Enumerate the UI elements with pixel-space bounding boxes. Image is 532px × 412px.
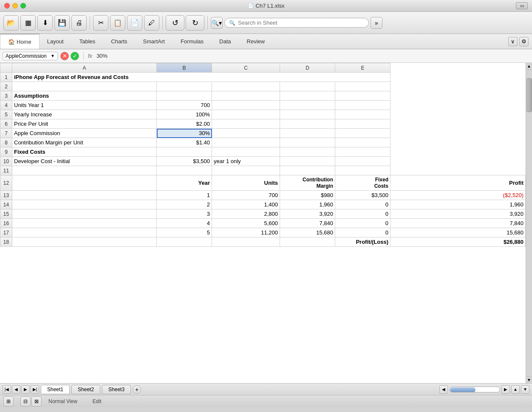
cell-13-undefined[interactable]: ($2,520) [391, 191, 526, 200]
cell-14-e[interactable]: 0 [335, 200, 391, 209]
cell-12-d[interactable]: ContributionMargin [280, 175, 335, 191]
cell-6-d[interactable] [280, 119, 335, 129]
cell-3-e[interactable] [335, 91, 391, 101]
col-header-e[interactable]: E [335, 63, 391, 73]
cell-15-a[interactable] [12, 209, 157, 219]
row-header-18[interactable]: 18 [0, 237, 12, 247]
cell-11-b[interactable] [157, 166, 212, 175]
cell-18-c[interactable] [212, 237, 280, 247]
cell-4-a[interactable]: Units Year 1 [12, 101, 157, 110]
cell-7-d[interactable] [280, 129, 335, 138]
scroll-vert-button[interactable]: ▲ [511, 385, 520, 394]
cell-4-c[interactable] [212, 101, 280, 110]
cell-14-d[interactable]: 1,960 [280, 200, 335, 209]
cell-17-c[interactable]: 11,200 [212, 228, 280, 237]
row-header-7[interactable]: 7 [0, 129, 12, 138]
row-header-5[interactable]: 5 [0, 110, 12, 119]
cell-17-e[interactable]: 0 [335, 228, 391, 237]
tab-review[interactable]: Review [239, 34, 273, 49]
sheet-prev-button[interactable]: ◀ [12, 385, 20, 394]
formula-cancel-button[interactable]: ✕ [60, 52, 69, 60]
row-header-8[interactable]: 8 [0, 138, 12, 147]
cell-2-d[interactable] [280, 82, 335, 91]
row-header-1[interactable]: 1 [0, 73, 12, 82]
cell-14-undefined[interactable]: 1,960 [391, 200, 526, 209]
cell-5-c[interactable] [212, 110, 280, 119]
cell-5-b[interactable]: 100% [157, 110, 212, 119]
row-header-15[interactable]: 15 [0, 209, 12, 219]
cell-7-e[interactable] [335, 129, 391, 138]
cell-12-b[interactable]: Year [157, 175, 212, 191]
cell-10-d[interactable] [280, 157, 335, 166]
cell-15-e[interactable]: 0 [335, 209, 391, 219]
cell-11-e[interactable] [335, 166, 391, 175]
format-painter-button[interactable]: 🖊 [144, 15, 159, 31]
cell-9-c[interactable] [212, 147, 280, 157]
cell-8-e[interactable] [335, 138, 391, 147]
cell-18-a[interactable] [12, 237, 157, 247]
row-header-17[interactable]: 17 [0, 228, 12, 237]
cell-14-c[interactable]: 1,400 [212, 200, 280, 209]
sheet-tab-2[interactable]: Sheet2 [71, 385, 100, 394]
cell-3-c[interactable] [212, 91, 280, 101]
row-header-9[interactable]: 9 [0, 147, 12, 157]
page-layout-button[interactable]: ⊠ [31, 396, 42, 406]
col-header-d[interactable]: D [280, 63, 335, 73]
cell-18-b[interactable] [157, 237, 212, 247]
cell-16-a[interactable] [12, 219, 157, 228]
cell-16-undefined[interactable]: 7,840 [391, 219, 526, 228]
tab-formulas[interactable]: Formulas [173, 34, 212, 49]
cell-14-b[interactable]: 2 [157, 200, 212, 209]
cell-7-b[interactable]: 30% [157, 129, 212, 138]
copy-button[interactable]: 📋 [110, 15, 125, 31]
cell-6-b[interactable]: $2.00 [157, 119, 212, 129]
sheet-tab-3[interactable]: Sheet3 [102, 385, 131, 394]
cell-11-c[interactable] [212, 166, 280, 175]
cell-11-a[interactable] [12, 166, 157, 175]
row-header-13[interactable]: 13 [0, 191, 12, 200]
cell-5-a[interactable]: Yearly Increase [12, 110, 157, 119]
cell-18-e[interactable]: Profit/(Loss) [335, 237, 391, 247]
cell-6-e[interactable] [335, 119, 391, 129]
cell-17-b[interactable]: 5 [157, 228, 212, 237]
scroll-up-button[interactable]: ▲ [526, 63, 532, 70]
cell-3-a[interactable]: Assumptions [12, 91, 157, 101]
normal-view-button[interactable]: ⊟ [20, 396, 31, 406]
scroll-vert-button2[interactable]: ▼ [521, 385, 529, 394]
row-header-4[interactable]: 4 [0, 101, 12, 110]
scroll-right-button[interactable]: ▶ [501, 385, 510, 394]
formula-accept-button[interactable]: ✓ [71, 52, 79, 60]
cell-13-e[interactable]: $3,500 [335, 191, 391, 200]
new-file-button[interactable]: 📂 [3, 15, 19, 31]
cell-15-c[interactable]: 2,800 [212, 209, 280, 219]
cell-16-d[interactable]: 7,840 [280, 219, 335, 228]
row-header-11[interactable]: 11 [0, 166, 12, 175]
cell-15-b[interactable]: 3 [157, 209, 212, 219]
scroll-thumb[interactable] [450, 387, 475, 392]
cell-16-b[interactable]: 4 [157, 219, 212, 228]
col-header-b[interactable]: B [157, 63, 212, 73]
cell-16-c[interactable]: 5,600 [212, 219, 280, 228]
download-button[interactable]: ⬇ [37, 15, 53, 31]
cell-18-undefined[interactable]: $26,880 [391, 237, 526, 247]
cell-4-e[interactable] [335, 101, 391, 110]
cell-18-d[interactable] [280, 237, 335, 247]
redo-button[interactable]: ↻ [186, 15, 204, 31]
scrollbar-thumb[interactable] [526, 78, 532, 112]
row-header-16[interactable]: 16 [0, 219, 12, 228]
col-header-a[interactable]: A [12, 63, 157, 73]
cell-4-d[interactable] [280, 101, 335, 110]
cell-11-d[interactable] [280, 166, 335, 175]
cell-12-e[interactable]: FixedCosts [335, 175, 391, 191]
cell-8-d[interactable] [280, 138, 335, 147]
scroll-track[interactable] [449, 387, 500, 392]
cell-7-a[interactable]: Apple Commission [12, 129, 157, 138]
cell-3-d[interactable] [280, 91, 335, 101]
col-header-c[interactable]: C [212, 63, 280, 73]
print-button[interactable]: 🖨 [71, 15, 87, 31]
cell-9-e[interactable] [335, 147, 391, 157]
tab-layout[interactable]: Layout [40, 34, 72, 49]
cell-1-a[interactable]: iPhone App Forecast of Revenue and Costs [12, 73, 391, 82]
row-header-3[interactable]: 3 [0, 91, 12, 101]
cell-16-e[interactable]: 0 [335, 219, 391, 228]
